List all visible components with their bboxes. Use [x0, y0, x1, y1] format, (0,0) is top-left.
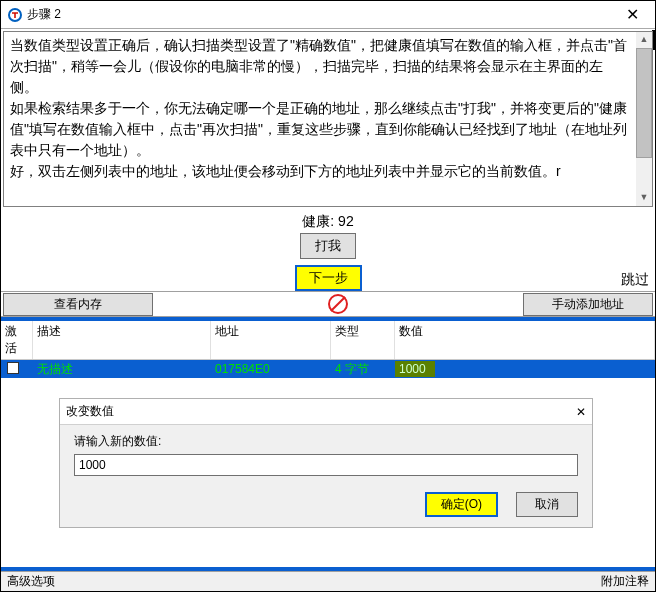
add-address-button[interactable]: 手动添加地址 — [523, 293, 653, 316]
health-display: 健康: 92 — [1, 213, 655, 231]
instructions-panel: 当数值类型设置正确后，确认扫描类型设置了"精确数值"，把健康值填写在数值的输入框… — [3, 31, 653, 207]
dialog-titlebar: 改变数值 ✕ — [60, 399, 592, 425]
view-memory-button[interactable]: 查看内存 — [3, 293, 153, 316]
scroll-down-icon[interactable]: ▼ — [636, 190, 652, 206]
dialog-close-icon[interactable]: ✕ — [576, 405, 586, 419]
cancel-button[interactable]: 取消 — [516, 492, 578, 517]
change-value-dialog: 改变数值 ✕ 请输入新的数值: 确定(O) 取消 — [59, 398, 593, 528]
dialog-title: 改变数值 — [66, 403, 576, 420]
cell-type: 4 字节 — [331, 360, 395, 379]
add-comment[interactable]: 附加注释 — [601, 573, 649, 590]
value-input[interactable] — [74, 454, 578, 476]
cell-addr: 017584E0 — [211, 361, 331, 377]
col-desc[interactable]: 描述 — [33, 321, 211, 359]
col-value[interactable]: 数值 — [395, 321, 655, 359]
next-step-button[interactable]: 下一步 — [295, 265, 362, 291]
forbidden-icon[interactable] — [328, 294, 348, 314]
skip-link[interactable]: 跳过 — [621, 271, 649, 289]
hit-me-button[interactable]: 打我 — [300, 233, 356, 259]
app-icon — [7, 7, 23, 23]
instruction-text: 好，双击左侧列表中的地址，该地址便会移动到下方的地址列表中并显示它的当前数值。r — [10, 161, 628, 182]
activate-checkbox[interactable] — [7, 362, 19, 374]
table-row[interactable]: 无描述 017584E0 4 字节 1000 — [1, 360, 655, 378]
col-activate[interactable]: 激活 — [1, 321, 33, 359]
status-bar: 高级选项 附加注释 — [1, 571, 655, 591]
table-body-area: 改变数值 ✕ 请输入新的数值: 确定(O) 取消 — [1, 378, 655, 567]
instruction-text: 如果检索结果多于一个，你无法确定哪一个是正确的地址，那么继续点击"打我"，并将变… — [10, 98, 628, 161]
title-bar: 步骤 2 ✕ — [1, 1, 655, 29]
game-controls: 健康: 92 打我 下一步 跳过 — [1, 209, 655, 291]
scroll-up-icon[interactable]: ▲ — [636, 32, 652, 48]
table-header: 激活 描述 地址 类型 数值 — [1, 321, 655, 360]
close-button[interactable]: ✕ — [611, 1, 653, 28]
cell-value: 1000 — [395, 361, 435, 377]
dialog-prompt: 请输入新的数值: — [74, 433, 578, 450]
health-label: 健康: — [302, 213, 334, 229]
col-addr[interactable]: 地址 — [211, 321, 331, 359]
advanced-options[interactable]: 高级选项 — [7, 573, 55, 590]
address-table: 激活 描述 地址 类型 数值 无描述 017584E0 4 字节 1000 — [1, 321, 655, 378]
scrollbar[interactable]: ▲ ▼ — [636, 32, 652, 206]
ok-button[interactable]: 确定(O) — [425, 492, 498, 517]
instruction-text: 当数值类型设置正确后，确认扫描类型设置了"精确数值"，把健康值填写在数值的输入框… — [10, 35, 628, 98]
col-type[interactable]: 类型 — [331, 321, 395, 359]
toolbar: 查看内存 手动添加地址 — [1, 291, 655, 317]
window-title: 步骤 2 — [27, 6, 611, 23]
scroll-thumb[interactable] — [636, 48, 652, 158]
health-value: 92 — [338, 213, 354, 229]
cell-desc: 无描述 — [33, 360, 211, 379]
